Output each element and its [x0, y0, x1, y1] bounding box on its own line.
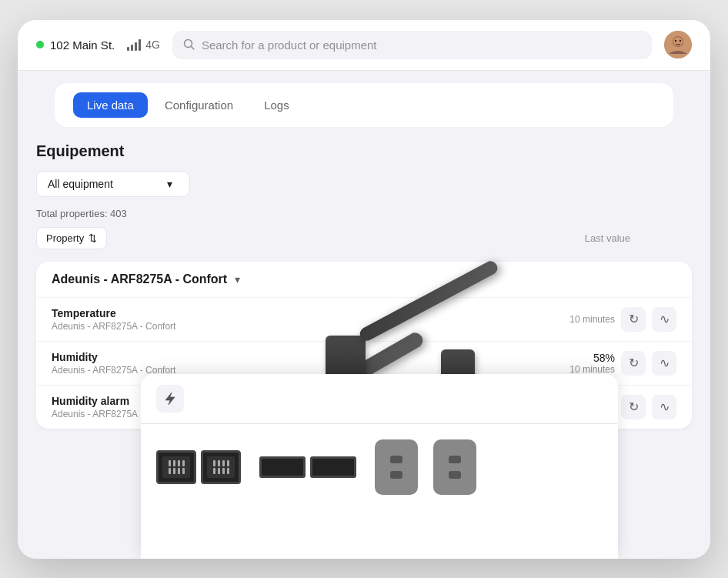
- waveform-button-humidity-alarm[interactable]: ∿: [652, 395, 676, 419]
- waveform-button-humidity[interactable]: ∿: [652, 351, 676, 376]
- tabs-bar: Live data Configuration Logs: [55, 83, 673, 127]
- property-actions-humidity-alarm: ↻ ∿: [621, 395, 676, 419]
- outlets-group: [375, 439, 476, 495]
- search-placeholder: Search for a product or equipment: [202, 38, 377, 52]
- property-filter-row: Property ⇅ Last value: [36, 227, 692, 249]
- outlet-2: [433, 439, 476, 495]
- last-value-label: Last value: [585, 232, 630, 244]
- outlet-pin-1a: [390, 456, 402, 463]
- equipment-chevron-icon[interactable]: ▾: [235, 273, 240, 286]
- app-container: 102 Main St. 4G Search for a product or …: [18, 20, 710, 559]
- refresh-button-humidity[interactable]: ↻: [621, 351, 646, 376]
- equipment-dropdown-value: All equipment: [48, 178, 113, 190]
- chevron-down-icon: ▾: [167, 178, 172, 190]
- search-icon: [183, 38, 195, 51]
- lightning-icon: [156, 385, 184, 413]
- outlet-pin-2a: [449, 456, 461, 463]
- tab-logs[interactable]: Logs: [250, 92, 303, 118]
- svg-line-1: [191, 47, 194, 50]
- ethernet-ports-group: [156, 450, 241, 484]
- ethernet-inner-1: [162, 456, 190, 478]
- property-name-temperature: Temperature: [52, 307, 532, 319]
- location-text: 102 Main St.: [50, 38, 115, 52]
- ethernet-port-1: [156, 450, 196, 484]
- property-actions-humidity: ↻ ∿: [621, 351, 676, 376]
- total-properties: Total properties: 403: [36, 208, 692, 219]
- property-filter-label: Property: [46, 232, 84, 244]
- location-badge: 102 Main St.: [36, 38, 115, 52]
- updown-arrows-icon: ⇅: [88, 232, 97, 244]
- section-title: Equipement: [36, 142, 692, 160]
- property-name-humidity: Humidity: [52, 351, 532, 363]
- svg-point-5: [675, 40, 676, 42]
- property-filter-select[interactable]: Property ⇅: [36, 227, 107, 249]
- property-device-temperature: Adeunis - ARF8275A - Confort: [52, 321, 532, 332]
- waveform-button-temperature[interactable]: ∿: [652, 307, 676, 332]
- refresh-button-humidity-alarm[interactable]: ↻: [621, 395, 646, 419]
- ethernet-port-2: [201, 450, 241, 484]
- usb-port-1: [259, 456, 306, 478]
- signal-icon: [127, 38, 141, 51]
- usb-ports-group: [259, 456, 356, 478]
- signal-badge: 4G: [127, 38, 160, 51]
- avatar: [664, 31, 692, 58]
- usb-port-2: [310, 456, 356, 478]
- property-row-temperature: Temperature Adeunis - ARF8275A - Confort…: [36, 297, 692, 341]
- property-info-humidity: Humidity Adeunis - ARF8275A - Confort: [52, 351, 532, 376]
- tab-configuration[interactable]: Configuration: [151, 92, 247, 118]
- property-value-humidity: 58%: [593, 352, 615, 364]
- signal-text: 4G: [145, 38, 160, 51]
- equipment-select-row: All equipment ▾: [36, 171, 692, 197]
- refresh-button-temperature[interactable]: ↻: [621, 307, 646, 332]
- svg-marker-7: [165, 393, 175, 405]
- outlet-1: [375, 439, 418, 495]
- ethernet-inner-2: [207, 456, 235, 478]
- value-col-temperature: 10 minutes: [538, 314, 615, 325]
- outlet-pin-1b: [390, 471, 402, 479]
- property-actions-temperature: ↻ ∿: [621, 307, 676, 332]
- property-time-temperature: 10 minutes: [569, 314, 615, 325]
- header: 102 Main St. 4G Search for a product or …: [18, 20, 710, 71]
- value-col-humidity: 58% 10 minutes: [538, 352, 615, 375]
- equipment-dropdown[interactable]: All equipment ▾: [36, 171, 190, 197]
- svg-point-6: [680, 40, 681, 42]
- property-time-humidity: 10 minutes: [569, 364, 615, 375]
- outlet-pin-2b: [449, 471, 461, 479]
- property-info-temperature: Temperature Adeunis - ARF8275A - Confort: [52, 307, 532, 332]
- equipment-card-header: Adeunis - ARF8275A - Confort ▾: [36, 262, 692, 297]
- location-dot: [36, 41, 44, 48]
- powerstrip-overlay: [141, 374, 618, 559]
- equipment-card-title: Adeunis - ARF8275A - Confort: [52, 272, 227, 286]
- powerstrip-header: [141, 374, 618, 424]
- search-bar[interactable]: Search for a product or equipment: [172, 31, 652, 59]
- powerstrip-body: [141, 424, 618, 510]
- tab-live-data[interactable]: Live data: [73, 92, 148, 118]
